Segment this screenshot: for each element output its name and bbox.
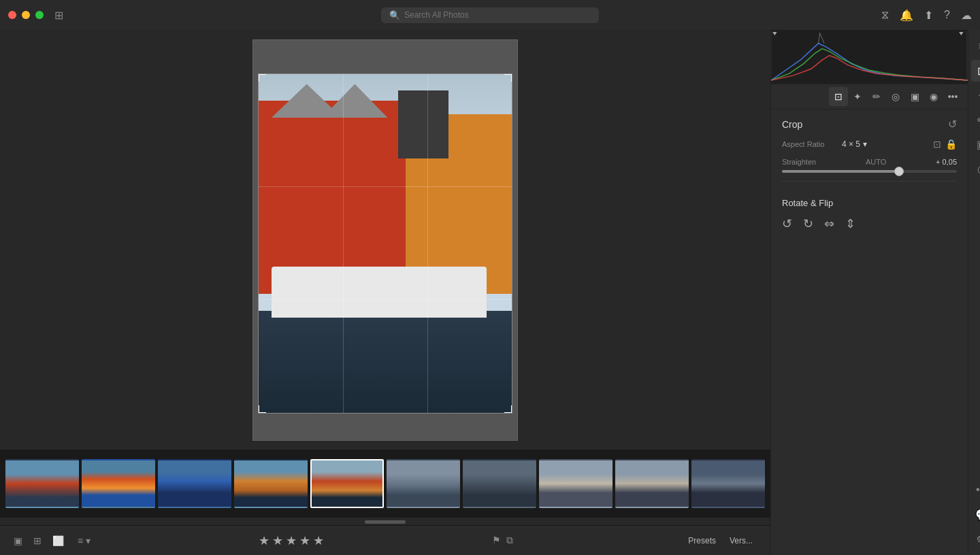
filmstrip-item-8[interactable] — [539, 459, 612, 508]
crop-side-icon[interactable]: ⊡ — [971, 60, 981, 82]
flip-vertical-button[interactable]: ⇕ — [845, 216, 855, 231]
rotate-flip-buttons: ↺ ↻ ⇔ ⇕ — [782, 216, 957, 231]
circle-side-icon[interactable]: ◎ — [971, 158, 981, 180]
right-panel: ⊡ ✦ ✏ ◎ ▣ ◉ ••• Crop ↺ Aspect Ratio 4 × … — [770, 30, 968, 555]
straighten-row: Straighten AUTO + 0,05 — [782, 158, 957, 173]
star-3[interactable]: ★ — [286, 533, 297, 548]
cloud-icon[interactable]: ☁ — [961, 9, 972, 22]
filmstrip-item-5-active[interactable] — [310, 459, 384, 508]
compare-icon[interactable]: ⧉ — [506, 535, 513, 546]
filmstrip-item-7[interactable] — [463, 459, 536, 508]
divider-1 — [782, 181, 957, 182]
straighten-auto-label: AUTO — [866, 158, 886, 166]
brush-tool-icon[interactable]: ✏ — [867, 87, 886, 106]
minimize-button[interactable] — [22, 11, 30, 19]
search-input[interactable] — [404, 10, 581, 20]
main-content: ▣ ⊞ ⬜ ≡ ▾ ★ ★ ★ ★ ★ ⚑ ⧉ Presets Vers... — [0, 30, 980, 555]
crop-tool-icon[interactable]: ⊡ — [829, 87, 848, 106]
upload-icon[interactable]: ⬆ — [924, 9, 933, 22]
aspect-ratio-dropdown[interactable]: 4 × 5 ▾ — [842, 139, 867, 149]
rotate-flip-title: Rotate & Flip — [782, 198, 957, 208]
star-5[interactable]: ★ — [313, 533, 324, 548]
aspect-ratio-label: Aspect Ratio — [782, 140, 836, 148]
filmstrip-item-9[interactable] — [615, 459, 689, 508]
filmstrip-item-4[interactable] — [234, 459, 308, 508]
filmstrip-item-3[interactable] — [158, 459, 231, 508]
svg-marker-3 — [959, 32, 963, 35]
straighten-header: Straighten AUTO + 0,05 — [782, 158, 957, 166]
titlebar: ⊞ 🔍 ⧖ 🔔 ⬆ ? ☁ — [0, 0, 980, 30]
photo-frame — [252, 39, 518, 441]
crop-handle-top-left[interactable] — [258, 73, 266, 82]
view-grid-button[interactable]: ⊞ — [31, 534, 44, 548]
view-thumb-button[interactable]: ⬜ — [50, 534, 67, 548]
rotate-ccw-button[interactable]: ↺ — [782, 216, 792, 231]
histogram-area — [771, 30, 968, 84]
versions-button[interactable]: Vers... — [723, 533, 760, 548]
circle-tool-icon[interactable]: ◎ — [886, 87, 905, 106]
building-red — [259, 101, 410, 294]
star-4[interactable]: ★ — [299, 533, 310, 548]
right-side-icon-strip: ≡ ⊡ ✦ ✏ ▣ ◎ ••• 💬 🏷 — [968, 30, 980, 555]
filter-icon[interactable]: ⧖ — [881, 9, 889, 21]
more-tools-icon[interactable]: ••• — [943, 87, 962, 106]
stars-rating[interactable]: ★ ★ ★ ★ ★ — [259, 533, 324, 548]
histogram-chart — [771, 30, 968, 84]
filmstrip-container — [0, 450, 770, 525]
view-single-button[interactable]: ▣ — [11, 534, 25, 548]
star-2[interactable]: ★ — [272, 533, 283, 548]
adjustments-icon[interactable]: ≡ — [971, 35, 981, 57]
straighten-slider-track[interactable] — [782, 170, 957, 173]
crop-handle-top-right[interactable] — [504, 73, 512, 82]
building-dark-top — [398, 90, 448, 158]
comment-side-icon[interactable]: 💬 — [971, 503, 981, 525]
heal-tool-icon[interactable]: ✦ — [848, 87, 867, 106]
rotate-cw-button[interactable]: ↻ — [803, 216, 813, 231]
crop-handle-bottom-left[interactable] — [258, 405, 266, 414]
tag-side-icon[interactable]: 🏷 — [971, 528, 981, 550]
water-area — [259, 311, 512, 412]
crop-panel-title: Crop — [782, 119, 802, 130]
crop-frame-icon[interactable]: ⊡ — [933, 139, 941, 150]
maximize-button[interactable] — [35, 11, 44, 19]
star-1[interactable]: ★ — [259, 533, 270, 548]
filmstrip-item-10[interactable] — [691, 459, 765, 508]
search-icon: 🔍 — [389, 10, 400, 20]
eye-tool-icon[interactable]: ◉ — [924, 87, 943, 106]
image-area: ▣ ⊞ ⬜ ≡ ▾ ★ ★ ★ ★ ★ ⚑ ⧉ Presets Vers... — [0, 30, 770, 555]
grid-line-v2 — [427, 74, 428, 413]
filmstrip-item-6[interactable] — [387, 459, 460, 508]
close-button[interactable] — [8, 11, 16, 19]
flag-icons: ⚑ ⧉ — [492, 535, 513, 546]
presets-button[interactable]: Presets — [681, 533, 723, 548]
rotate-flip-panel: Rotate & Flip ↺ ↻ ⇔ ⇕ — [771, 198, 968, 239]
titlebar-right-icons: ⧖ 🔔 ⬆ ? ☁ — [881, 9, 972, 22]
aspect-ratio-value: 4 × 5 — [842, 139, 860, 149]
scroll-pill[interactable] — [365, 520, 406, 524]
straighten-label: Straighten — [782, 158, 816, 166]
filmstrip — [0, 450, 770, 518]
square-side-icon[interactable]: ▣ — [971, 133, 981, 155]
flip-horizontal-button[interactable]: ⇔ — [824, 216, 834, 231]
grid-line-h1 — [259, 186, 512, 187]
straighten-slider-thumb[interactable] — [894, 167, 904, 176]
help-icon[interactable]: ? — [944, 9, 950, 21]
photo-crop-inner[interactable] — [258, 73, 512, 414]
filters-side-icon[interactable]: ✏ — [971, 109, 981, 131]
square-tool-icon[interactable]: ▣ — [905, 87, 924, 106]
filmstrip-scroll[interactable] — [0, 518, 770, 525]
lock-icon[interactable]: 🔒 — [945, 139, 957, 150]
notification-icon[interactable]: 🔔 — [900, 9, 913, 22]
flag-icon[interactable]: ⚑ — [492, 535, 501, 546]
search-bar[interactable]: 🔍 — [381, 7, 599, 23]
sort-button[interactable]: ≡ ▾ — [78, 535, 91, 546]
filmstrip-item-1[interactable] — [5, 459, 79, 508]
aspect-ratio-icons: ⊡ 🔒 — [933, 139, 957, 150]
aspect-ratio-row: Aspect Ratio 4 × 5 ▾ ⊡ 🔒 — [782, 139, 957, 150]
crop-handle-bottom-right[interactable] — [504, 405, 512, 414]
sidebar-toggle-icon[interactable]: ⊞ — [54, 9, 63, 22]
heal-side-icon[interactable]: ✦ — [971, 84, 981, 106]
dots-side-icon[interactable]: ••• — [971, 479, 981, 501]
crop-reset-icon[interactable]: ↺ — [948, 118, 957, 131]
filmstrip-item-2[interactable] — [82, 459, 155, 508]
